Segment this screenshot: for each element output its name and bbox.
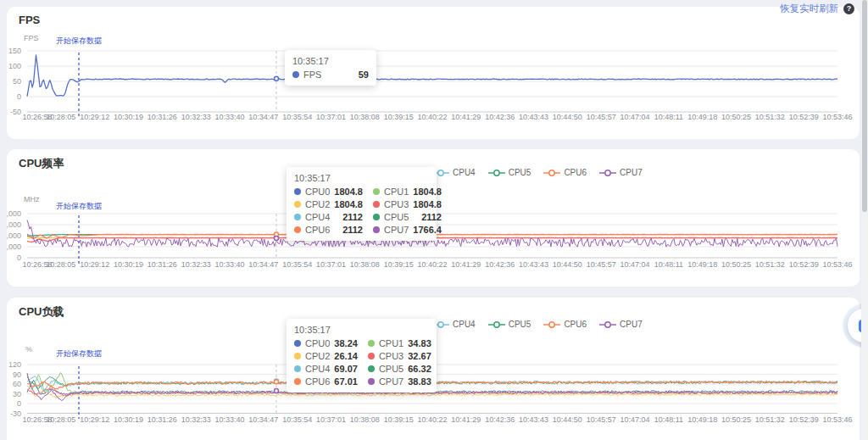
tooltip-item: CPU667.01 bbox=[294, 376, 358, 387]
legend-label: CPU4 bbox=[453, 168, 476, 177]
svg-text:10:34:47: 10:34:47 bbox=[248, 260, 278, 269]
series-color-dot bbox=[294, 201, 301, 208]
legend-item-cpu5[interactable]: CPU5 bbox=[488, 168, 531, 177]
vertical-scrollbar[interactable] bbox=[861, 0, 868, 440]
svg-text:10:34:47: 10:34:47 bbox=[248, 415, 278, 424]
svg-text:10:50:25: 10:50:25 bbox=[721, 113, 751, 121]
cpu-load-chart-card: CPU负载 1209060300-30%10:26:5810:28:0510:2… bbox=[7, 298, 860, 440]
legend-line-marker bbox=[543, 320, 560, 329]
resume-realtime-refresh-link[interactable]: 恢复实时刷新 bbox=[780, 3, 838, 15]
svg-text:60: 60 bbox=[13, 380, 21, 388]
svg-text:10:41:29: 10:41:29 bbox=[451, 260, 481, 269]
tooltip-series-value: 59 bbox=[359, 70, 369, 80]
svg-text:1,000: 1,000 bbox=[7, 242, 21, 251]
legend-label: CPU7 bbox=[620, 168, 643, 177]
svg-text:2,000: 2,000 bbox=[7, 231, 21, 240]
tooltip-series-value: 2112 bbox=[342, 225, 363, 235]
tooltip-series-name: CPU3 bbox=[384, 199, 409, 209]
svg-text:10:53:46: 10:53:46 bbox=[822, 113, 852, 121]
tooltip-series-value: 67.01 bbox=[334, 376, 358, 387]
svg-text:10:43:43: 10:43:43 bbox=[519, 415, 548, 424]
svg-text:10:39:15: 10:39:15 bbox=[384, 260, 414, 269]
series-color-dot bbox=[368, 353, 375, 359]
legend-item-cpu4[interactable]: CPU4 bbox=[432, 320, 476, 329]
svg-text:10:51:32: 10:51:32 bbox=[755, 415, 785, 424]
tooltip-time: 10:35:17 bbox=[294, 325, 429, 335]
legend-label: CPU7 bbox=[620, 320, 643, 329]
fps-line-chart[interactable]: 150100500-50FPS10:26:5810:28:0510:29:121… bbox=[7, 7, 860, 139]
tooltip-item: CPU31804.8 bbox=[373, 199, 442, 209]
tooltip-series-name: CPU1 bbox=[379, 338, 403, 348]
tooltip-series-value: 1804.8 bbox=[413, 187, 442, 197]
legend-item-cpu7[interactable]: CPU7 bbox=[599, 168, 643, 177]
legend-label: CPU6 bbox=[564, 320, 587, 329]
tooltip-item: CPU566.32 bbox=[368, 364, 431, 374]
tooltip-item: CPU42112 bbox=[294, 212, 363, 222]
series-color-dot bbox=[368, 365, 375, 372]
svg-text:10:47:04: 10:47:04 bbox=[620, 415, 649, 424]
tooltip-items: CPU038.24CPU134.83CPU226.14CPU332.67CPU4… bbox=[294, 338, 429, 387]
svg-text:10:32:33: 10:32:33 bbox=[181, 113, 211, 121]
tooltip-item: FPS59 bbox=[292, 70, 369, 80]
save-markline-label: 开始保存数据 bbox=[56, 349, 102, 358]
svg-text:10:35:54: 10:35:54 bbox=[282, 415, 312, 424]
svg-text:10:35:54: 10:35:54 bbox=[282, 113, 312, 121]
svg-text:10:52:39: 10:52:39 bbox=[789, 260, 819, 269]
legend-line-marker bbox=[488, 169, 505, 177]
svg-text:10:49:18: 10:49:18 bbox=[687, 260, 717, 269]
svg-text:10:37:01: 10:37:01 bbox=[316, 113, 346, 121]
tooltip-item: CPU226.14 bbox=[294, 351, 358, 361]
help-icon[interactable]: ? bbox=[843, 3, 854, 14]
tooltip-item: CPU01804.8 bbox=[294, 187, 363, 197]
legend-item-cpu7[interactable]: CPU7 bbox=[599, 320, 643, 329]
scrollbar-thumb[interactable] bbox=[862, 0, 867, 212]
tooltip-series-name: CPU4 bbox=[305, 364, 330, 374]
tooltip-item: CPU11804.8 bbox=[373, 187, 442, 197]
legend-item-cpu6[interactable]: CPU6 bbox=[543, 168, 587, 177]
legend-item-cpu4[interactable]: CPU4 bbox=[432, 168, 476, 177]
svg-text:10:39:15: 10:39:15 bbox=[384, 415, 414, 424]
topbar: 恢复实时刷新 ? bbox=[780, 3, 854, 15]
svg-text:-50: -50 bbox=[10, 108, 21, 116]
svg-text:10:48:11: 10:48:11 bbox=[654, 113, 683, 121]
legend-label: CPU5 bbox=[509, 320, 531, 329]
svg-text:10:43:43: 10:43:43 bbox=[519, 113, 548, 121]
tooltip-series-value: 26.14 bbox=[334, 351, 358, 361]
svg-text:10:33:40: 10:33:40 bbox=[214, 260, 244, 269]
svg-text:10:35:54: 10:35:54 bbox=[282, 260, 312, 269]
series-color-dot bbox=[368, 340, 375, 347]
svg-text:10:44:50: 10:44:50 bbox=[553, 415, 582, 424]
svg-text:10:28:05: 10:28:05 bbox=[46, 415, 75, 424]
series-color-dot bbox=[373, 226, 380, 233]
legend-item-cpu6[interactable]: CPU6 bbox=[543, 320, 587, 329]
x-axis-labels: 10:26:5810:28:0510:29:1210:30:1910:31:26… bbox=[22, 415, 852, 424]
svg-text:0: 0 bbox=[17, 92, 21, 101]
tooltip-series-name: CPU7 bbox=[384, 225, 409, 235]
svg-text:10:37:01: 10:37:01 bbox=[316, 415, 346, 424]
legend-item-cpu5[interactable]: CPU5 bbox=[488, 320, 531, 329]
cpu-frequency-tooltip: 10:35:17CPU01804.8CPU11804.8CPU21804.8CP… bbox=[287, 167, 437, 241]
fps-chart-card: FPS 150100500-50FPS10:26:5810:28:0510:29… bbox=[7, 7, 860, 139]
legend-line-marker bbox=[488, 320, 505, 329]
series-color-dot bbox=[294, 378, 301, 385]
svg-text:10:38:08: 10:38:08 bbox=[350, 415, 380, 424]
series-color-dot bbox=[294, 365, 301, 372]
svg-text:10:40:22: 10:40:22 bbox=[417, 415, 447, 424]
svg-text:-30: -30 bbox=[10, 409, 21, 418]
svg-text:3,000: 3,000 bbox=[7, 220, 21, 229]
svg-text:10:53:46: 10:53:46 bbox=[822, 415, 852, 424]
svg-text:10:42:36: 10:42:36 bbox=[485, 260, 515, 269]
svg-text:10:32:33: 10:32:33 bbox=[181, 415, 211, 424]
tooltip-item: CPU332.67 bbox=[368, 351, 431, 361]
svg-text:10:45:57: 10:45:57 bbox=[587, 113, 616, 121]
tooltip-series-value: 1804.8 bbox=[334, 199, 363, 209]
tooltip-series-value: 32.67 bbox=[408, 351, 431, 361]
x-axis-labels: 10:26:5810:28:0510:29:1210:30:1910:31:26… bbox=[22, 113, 852, 121]
svg-text:10:47:04: 10:47:04 bbox=[620, 113, 649, 121]
tooltip-item: CPU71766.4 bbox=[373, 225, 442, 235]
svg-text:10:28:05: 10:28:05 bbox=[46, 260, 75, 269]
svg-text:10:45:57: 10:45:57 bbox=[587, 260, 616, 269]
tooltip-series-name: CPU3 bbox=[379, 351, 403, 361]
x-axis-labels: 10:26:5810:28:0510:29:1210:30:1910:31:26… bbox=[22, 260, 852, 269]
svg-text:10:43:43: 10:43:43 bbox=[519, 260, 548, 269]
